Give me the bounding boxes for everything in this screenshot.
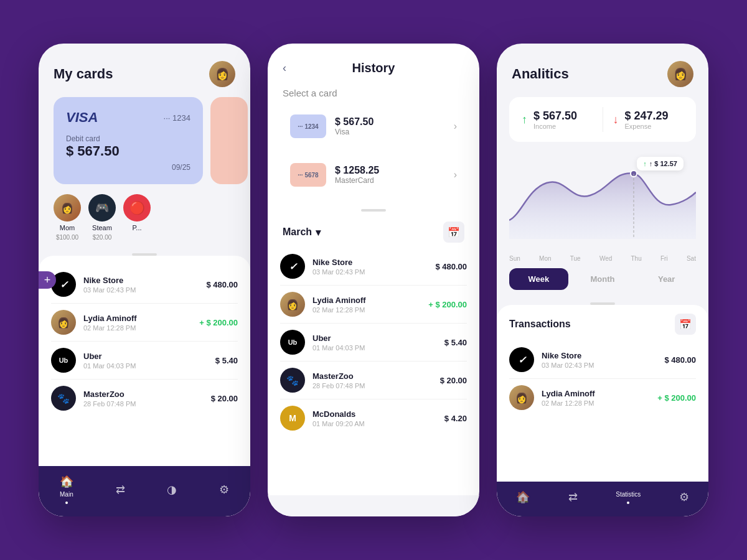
nav-settings[interactable]: ⚙: [219, 483, 229, 497]
tx-date: 28 Feb 07:48 PM: [83, 400, 204, 408]
tooltip-arrow-icon: ↑: [643, 160, 647, 167]
tx-date: 02 Mar 12:28 PM: [542, 399, 650, 407]
tx-amount: $ 480.00: [664, 355, 696, 365]
transaction-row[interactable]: 🐾 MasterZoo 28 Feb 07:48 PM $ 20.00: [280, 362, 467, 399]
chart-area: ↑ ↑ $ 12.57: [509, 152, 696, 251]
transaction-row[interactable]: 🐾 MasterZoo 28 Feb 07:48 PM $ 20.00: [51, 380, 238, 417]
transaction-row[interactable]: ✓ Nike Store 03 Mar 02:43 PM $ 480.00: [51, 266, 238, 304]
day-label: Wed: [599, 255, 612, 262]
history-list: ✓ Nike Store 03 Mar 02:43 PM $ 480.00 👩 …: [268, 248, 479, 495]
calendar-button[interactable]: 📅: [443, 222, 464, 243]
home-icon: 🏠: [60, 475, 73, 488]
transactions-section: Transactions 📅 ✓ Nike Store 03 Mar 02:43…: [497, 305, 708, 482]
lydia-avatar: 👩: [51, 310, 76, 335]
stat-divider: [603, 107, 603, 132]
tx-date: 02 Mar 12:28 PM: [312, 306, 421, 314]
period-month-button[interactable]: Month: [573, 268, 632, 290]
contact-other[interactable]: 🔴 P...: [123, 194, 151, 241]
nav-transfer[interactable]: ⇄: [568, 490, 578, 504]
transfer-icon: ⇄: [116, 483, 125, 497]
page-title: My cards: [54, 66, 113, 82]
tx-amount: $ 20.00: [440, 376, 467, 385]
uber-icon: Ub: [51, 348, 76, 373]
card-option-type: MasterCard: [335, 176, 445, 185]
chevron-right-icon: ›: [454, 169, 457, 180]
expense-block: ↓ $ 247.29 Expense: [613, 110, 684, 130]
stats-card: ↑ $ 567.50 Income ↓ $ 247.29 Expense: [509, 97, 696, 142]
contacts-row: 👩 Mom $100.00 🎮 Steam $20.00 🔴 P...: [39, 184, 250, 248]
card-option-type: Visa: [335, 128, 445, 136]
card-option-amount: $ 1258.25: [335, 165, 445, 176]
add-button[interactable]: +: [39, 271, 56, 289]
nav-stats[interactable]: ◑: [167, 483, 177, 497]
transaction-row[interactable]: 👩 Lydia Aminoff 02 Mar 12:28 PM + $ 200.…: [280, 286, 467, 324]
tx-name: Lydia Aminoff: [83, 314, 192, 323]
contact-name: P...: [132, 224, 141, 231]
gear-icon: ⚙: [219, 483, 229, 497]
transfer-icon: ⇄: [568, 490, 578, 504]
tx-date: 03 Mar 02:43 PM: [83, 286, 199, 294]
period-week-button[interactable]: Week: [509, 268, 568, 290]
transaction-row[interactable]: Ub Uber 01 Mar 04:03 PM $ 5.40: [51, 342, 238, 380]
transaction-row[interactable]: ✓ Nike Store 03 Mar 02:43 PM $ 480.00: [509, 341, 696, 379]
chart-days: Sun Mon Tue Wed Thu Fri Sat: [497, 251, 708, 262]
tx-amount: $ 480.00: [206, 280, 238, 289]
visa-logo: VISA: [66, 110, 98, 126]
tx-name: Uber: [83, 352, 208, 361]
day-label: Tue: [570, 255, 581, 262]
nav-statistics[interactable]: Statistics: [616, 491, 641, 504]
avatar[interactable]: 👩: [209, 61, 235, 87]
month-label[interactable]: March ▾: [283, 226, 321, 238]
masterzoo-icon: 🐾: [51, 386, 76, 411]
period-year-button[interactable]: Year: [637, 268, 696, 290]
arrow-down-icon: ↓: [613, 113, 619, 126]
nav-settings[interactable]: ⚙: [679, 490, 689, 504]
tx-amount: + $ 200.00: [428, 300, 467, 309]
transaction-row[interactable]: 👩 Lydia Aminoff 02 Mar 12:28 PM + $ 200.…: [51, 304, 238, 342]
transaction-row[interactable]: ✓ Nike Store 03 Mar 02:43 PM $ 480.00: [280, 248, 467, 286]
tx-name: Nike Store: [312, 258, 428, 267]
contact-amount: $20.00: [93, 234, 112, 241]
card-option-visa[interactable]: ··· 1234 $ 567.50 Visa ›: [280, 106, 467, 147]
day-label: Sun: [509, 255, 520, 262]
tx-amount: + $ 200.00: [657, 393, 696, 403]
calendar-button[interactable]: 📅: [675, 314, 696, 335]
day-label: Mon: [539, 255, 551, 262]
secondary-card[interactable]: [210, 97, 248, 184]
tx-name: Uber: [312, 334, 437, 343]
card-option-amount: $ 567.50: [335, 116, 445, 128]
tx-name: Lydia Aminoff: [312, 296, 421, 305]
transaction-row[interactable]: M McDonalds 01 Mar 09:20 AM $ 4.20: [280, 399, 467, 437]
contact-steam[interactable]: 🎮 Steam $20.00: [88, 194, 116, 241]
chevron-down-icon: ▾: [316, 226, 321, 238]
card-thumb-mastercard: ··· 5678: [290, 163, 326, 187]
nike-icon: ✓: [509, 347, 534, 372]
nike-icon: ✓: [280, 254, 305, 279]
tx-date: 01 Mar 04:03 PM: [312, 344, 437, 352]
back-button[interactable]: ‹: [283, 62, 286, 75]
nav-home[interactable]: 🏠: [516, 490, 530, 504]
nav-transfer[interactable]: ⇄: [116, 483, 125, 497]
card-balance: $ 567.50: [66, 143, 190, 159]
lydia-avatar: 👩: [509, 385, 534, 410]
nav-main[interactable]: 🏠 Main: [60, 475, 73, 504]
day-label: Fri: [660, 255, 668, 262]
income-label: Income: [533, 123, 577, 130]
tx-date: 02 Mar 12:28 PM: [83, 324, 192, 332]
day-label: Sat: [687, 255, 696, 262]
month-filter: March ▾ 📅: [268, 214, 479, 248]
cards-area: VISA ··· 1234 Debit card $ 567.50 09/25: [39, 97, 250, 184]
contact-amount: $100.00: [56, 234, 78, 241]
chart-icon: ◑: [167, 483, 177, 497]
visa-card[interactable]: VISA ··· 1234 Debit card $ 567.50 09/25: [54, 97, 203, 184]
card-option-mastercard[interactable]: ··· 5678 $ 1258.25 MasterCard ›: [280, 154, 467, 195]
tx-name: Lydia Aminoff: [542, 389, 650, 398]
lydia-avatar: 👩: [280, 292, 305, 317]
chevron-right-icon: ›: [454, 121, 457, 132]
tx-date: 03 Mar 02:43 PM: [312, 268, 428, 276]
contact-mom[interactable]: 👩 Mom $100.00: [54, 194, 81, 241]
transaction-row[interactable]: 👩 Lydia Aminoff 02 Mar 12:28 PM + $ 200.…: [509, 379, 696, 416]
transaction-row[interactable]: Ub Uber 01 Mar 04:03 PM $ 5.40: [280, 324, 467, 362]
avatar[interactable]: 👩: [667, 61, 693, 87]
tx-date: 01 Mar 09:20 AM: [312, 420, 437, 427]
